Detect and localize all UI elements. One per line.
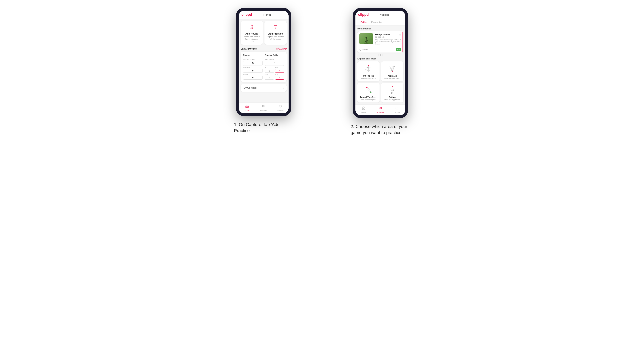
golf-bag-label: My Golf Bag xyxy=(244,86,256,89)
add-round-card[interactable]: Add Round Record your shots in fast or e… xyxy=(241,21,263,45)
bottom-nav-2: Home Activities xyxy=(356,104,405,115)
last-3-months-label: Last 3 Months xyxy=(241,47,257,50)
skill-card-around-the-green[interactable]: Around The Green Hone your short game xyxy=(358,83,380,103)
svg-line-19 xyxy=(366,41,368,42)
tournament-value: 0 xyxy=(243,69,263,73)
featured-thumb-img xyxy=(360,33,373,44)
hamburger-menu-1[interactable] xyxy=(282,14,286,16)
dots-indicator xyxy=(358,54,403,55)
drills-sub-stats-1: OTT 0 APP 4 xyxy=(265,67,284,73)
nav-activities-1[interactable]: Activities xyxy=(255,104,272,111)
svg-point-28 xyxy=(392,86,392,87)
around-the-green-title: Around The Green xyxy=(360,96,377,98)
golf-bag-row[interactable]: My Golf Bag › xyxy=(241,84,286,92)
putting-title: Putting xyxy=(389,96,396,98)
tournament-label: Tournament xyxy=(243,67,263,68)
add-round-icon xyxy=(248,24,256,31)
stats-panel: Rounds Rounds Capture 0 Tournament 0 xyxy=(241,52,286,82)
dot-1 xyxy=(378,54,379,55)
app-value: 4 xyxy=(275,69,284,73)
ott-value: 0 xyxy=(265,69,274,73)
drills-col: Practice Drills Drills Capture 8 OTT 0 xyxy=(265,54,284,80)
nav-activities-2[interactable]: Activities xyxy=(372,106,389,113)
putting-desc: Make and lag practice xyxy=(384,99,400,101)
nav-capture-label-1: Capture xyxy=(277,109,284,111)
phone-section-2: clippd Practice Drills Favourites Most P… xyxy=(330,8,431,136)
activities-icon-1 xyxy=(262,104,266,109)
clippd-logo-1: clippd xyxy=(242,13,252,17)
app-stat: APP 4 xyxy=(275,67,284,73)
action-cards: Add Round Record your shots in fast or e… xyxy=(241,21,286,45)
home-icon-1 xyxy=(245,104,249,109)
drills-capture-value: 8 xyxy=(265,61,284,66)
capture-icon-1 xyxy=(278,104,282,109)
dot-3 xyxy=(382,54,383,55)
phone-section-1: clippd Home xyxy=(213,8,314,134)
svg-point-14 xyxy=(364,43,369,44)
skill-grid: Off The Tee Power and accuracy xyxy=(358,61,403,103)
most-popular-title: Most Popular xyxy=(358,27,403,30)
arg-label: ARG xyxy=(265,74,274,75)
drills-sub-stats-2: ARG 0 PUTT 4 xyxy=(265,74,284,80)
header-title-2: Practice xyxy=(379,13,389,16)
practice-value: 0 xyxy=(243,76,263,80)
nav-capture-2[interactable]: Capture xyxy=(389,106,405,113)
off-the-tee-icon xyxy=(364,64,374,74)
add-round-title: Add Round xyxy=(246,32,258,35)
tab-favourites[interactable]: Favourites xyxy=(369,19,385,25)
nav-activities-label-1: Activities xyxy=(260,109,267,111)
view-activity-link[interactable]: View Activity xyxy=(276,48,286,50)
featured-footer: 9 shots APP xyxy=(358,47,403,52)
golf-bag-chevron: › xyxy=(283,86,284,89)
star-icon[interactable]: ☆ xyxy=(399,33,401,36)
nav-home-2[interactable]: Home xyxy=(356,106,372,113)
skill-card-putting[interactable]: Putting Make and lag practice xyxy=(381,83,403,103)
practice-label: Practice xyxy=(243,74,263,75)
arg-stat: ARG 0 xyxy=(265,74,274,80)
home-icon-2 xyxy=(362,106,366,111)
stats-section-header: Last 3 Months View Activity xyxy=(241,47,286,50)
hamburger-menu-2[interactable] xyxy=(399,14,402,16)
app-header-1: clippd Home xyxy=(239,11,288,19)
phone-2-screen: clippd Practice Drills Favourites Most P… xyxy=(356,11,405,115)
rounds-col: Rounds Rounds Capture 0 Tournament 0 xyxy=(243,54,263,80)
featured-card[interactable]: Wedge Ladder 50–100 yds Play 1 shot at e… xyxy=(358,31,403,52)
svg-point-16 xyxy=(366,37,367,38)
putting-icon xyxy=(387,85,397,95)
putt-label: PUTT xyxy=(275,74,284,75)
approach-title: Approach xyxy=(388,75,397,77)
clippd-logo-2: clippd xyxy=(358,13,369,17)
accent-bar xyxy=(402,31,403,52)
rounds-col-title: Rounds xyxy=(243,54,263,57)
svg-point-20 xyxy=(360,49,361,51)
phone-1: clippd Home xyxy=(236,8,291,116)
drills-capture-label: Drills Capture xyxy=(265,58,284,60)
ott-stat: OTT 0 xyxy=(265,67,274,73)
stats-row: Rounds Rounds Capture 0 Tournament 0 xyxy=(243,54,284,80)
skill-card-approach[interactable]: Approach Dial-in to hit the green xyxy=(381,61,403,81)
around-the-green-desc: Hone your short game xyxy=(360,99,376,101)
featured-title: Wedge Ladder xyxy=(375,33,401,36)
around-the-green-icon xyxy=(364,85,374,95)
nav-home-label-1: Home xyxy=(245,109,250,111)
tab-drills[interactable]: Drills xyxy=(358,19,369,25)
shots-label: 9 shots xyxy=(360,49,368,51)
ott-label: OTT xyxy=(265,67,274,68)
practice-scroll: Most Popular xyxy=(356,25,405,104)
svg-point-7 xyxy=(263,106,264,106)
svg-point-29 xyxy=(380,108,381,108)
nav-activities-label-2: Activities xyxy=(377,111,384,113)
add-practice-card[interactable]: Add Practice Capture your practice off-t… xyxy=(264,21,286,45)
featured-desc: Play 1 shot at each target yardage. If y… xyxy=(375,39,401,45)
nav-home-1[interactable]: Home xyxy=(239,104,255,111)
tournament-stat: Tournament 0 xyxy=(243,67,263,73)
activities-icon-2 xyxy=(378,106,382,111)
featured-info: Wedge Ladder 50–100 yds Play 1 shot at e… xyxy=(375,33,401,45)
add-practice-icon xyxy=(272,24,279,31)
nav-capture-1[interactable]: Capture xyxy=(272,104,288,111)
featured-card-inner: Wedge Ladder 50–100 yds Play 1 shot at e… xyxy=(358,31,403,47)
rounds-capture-value: 0 xyxy=(243,61,263,66)
skill-card-off-the-tee[interactable]: Off The Tee Power and accuracy xyxy=(358,61,380,81)
caption-2: 2. Choose which area of your game you wa… xyxy=(351,124,410,136)
app-header-2: clippd Practice xyxy=(356,11,405,19)
